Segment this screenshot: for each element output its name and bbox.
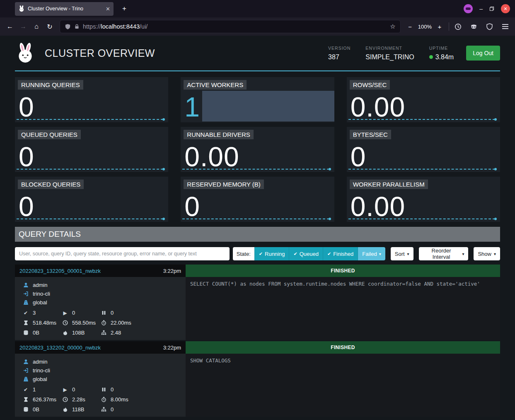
total-time-icon [62, 320, 68, 325]
user-icon [22, 359, 29, 364]
chevron-down-icon: ▾ [494, 252, 496, 256]
window-close-button[interactable]: ✕ [501, 4, 510, 13]
elapsed-time-icon [22, 397, 29, 402]
cumulative-memory-icon [100, 407, 107, 412]
current-memory: 0B [33, 406, 39, 413]
query-row-body: admin trino-cli global ✔1 ▶0 0 626.37ms … [15, 354, 500, 417]
show-dropdown[interactable]: Show ▾ [474, 247, 500, 260]
stat-value: 0 [184, 194, 200, 220]
source-icon [22, 291, 29, 296]
sparkline-area [202, 91, 334, 121]
filter-queued-button[interactable]: ✔ Queued [289, 247, 322, 260]
stat-value: 0 [351, 144, 366, 170]
elapsed-time: 518.48ms [33, 320, 56, 326]
sort-dropdown[interactable]: Sort ▾ [391, 247, 413, 260]
logout-button[interactable]: Log Out [466, 46, 500, 61]
uptime-label: UPTIME [429, 46, 454, 51]
filter-finished-button[interactable]: ✔ Finished [323, 247, 358, 260]
cumulative-memory: 2.48 [111, 330, 121, 336]
elapsed-time: 626.37ms [33, 396, 56, 403]
check-icon: ✔ [293, 251, 297, 257]
stat-tile-queued-queries: QUEUED QUERIES 0 [15, 127, 168, 172]
filter-running-button[interactable]: ✔ Running [254, 247, 289, 260]
elapsed-time-icon [22, 320, 29, 325]
bookmark-star-icon[interactable]: ☆ [390, 23, 395, 30]
menu-icon[interactable] [499, 21, 511, 32]
browser-tab[interactable]: Cluster Overview - Trino ✕ [15, 2, 114, 16]
total-time: 558.50ms [72, 320, 96, 326]
stat-value: 0 [19, 94, 34, 120]
environment-value: SIMPLE_TRINO [365, 53, 414, 61]
peak-memory: 108B [72, 330, 85, 336]
query-id-link[interactable]: 20220823_132205_00001_nwbzk [19, 268, 101, 274]
page-title: CLUSTER OVERVIEW [45, 47, 155, 59]
window-restore-button[interactable] [489, 6, 494, 11]
stat-tile-running-queries: RUNNING QUERIES 0 [15, 77, 168, 122]
zoom-in-button[interactable]: + [435, 22, 444, 31]
history-icon[interactable] [452, 21, 464, 32]
sparkline [17, 169, 163, 170]
window-minimize-button[interactable]: – [479, 5, 483, 12]
filter-failed-dropdown[interactable]: Failed ▾ [358, 247, 385, 260]
queued-splits-icon [100, 387, 107, 392]
extension-mask-icon[interactable] [468, 21, 479, 32]
privacy-shield-icon[interactable] [484, 21, 495, 32]
queued-splits: 0 [111, 310, 114, 316]
url-bar[interactable]: https://localhost:8443/ui/ ☆ [60, 20, 401, 33]
query-search-input[interactable] [15, 247, 230, 260]
peak-memory-icon [62, 330, 68, 335]
browser-tab-bar: Cluster Overview - Trino ✕ + – ✕ [0, 0, 515, 17]
uptime-info: UPTIME 3.84m [429, 46, 454, 61]
browser-nav-bar: ← → ⌂ ↻ https://localhost:8443/ui/ ☆ − 1… [0, 17, 515, 36]
check-icon: ✔ [327, 251, 331, 257]
cpu-time: 8.00ms [111, 396, 128, 403]
query-status-badge: FINISHED [186, 265, 500, 277]
total-time: 2.28s [72, 396, 85, 403]
sparkline [182, 218, 329, 219]
cpu-time: 22.00ms [111, 320, 131, 326]
sparkline [17, 218, 163, 219]
user-icon [22, 282, 29, 288]
chevron-down-icon: ▾ [379, 252, 381, 256]
cumulative-memory-icon [100, 330, 107, 335]
stat-value: 0.00 [351, 194, 405, 220]
chevron-down-icon: ▾ [407, 252, 409, 256]
stat-label: WORKER PARALLELISM [350, 180, 428, 189]
running-splits-icon: ▶ [62, 387, 68, 393]
tab-close-icon[interactable]: ✕ [106, 6, 110, 12]
reload-button[interactable]: ↻ [43, 20, 56, 33]
stat-value: 1 [184, 94, 200, 120]
query-user: admin [33, 359, 47, 365]
home-button[interactable]: ⌂ [30, 20, 43, 33]
extension-badge-icon[interactable] [464, 4, 473, 13]
stat-tile-rows-sec: ROWS/SEC 0.00 [347, 77, 500, 122]
stat-label: ROWS/SEC [350, 80, 390, 90]
query-details-header: QUERY DETAILS [15, 227, 500, 242]
back-button[interactable]: ← [3, 20, 17, 33]
query-resource-group: global [33, 299, 47, 306]
peak-memory-icon [62, 407, 68, 412]
stat-tile-worker-parallelism: WORKER PARALLELISM 0.00 [347, 177, 500, 222]
completed-splits-icon: ✔ [22, 387, 29, 393]
stat-tile-active-workers: ACTIVE WORKERS 1 [181, 77, 334, 122]
query-sql-panel: SELECT COUNT(*) as nodes FROM system.run… [186, 277, 500, 340]
query-id-link[interactable]: 20220823_132202_00000_nwbzk [19, 345, 101, 351]
query-time: 3:22pm [163, 268, 181, 274]
shield-icon [65, 24, 71, 30]
stat-value: 0.00 [184, 144, 239, 170]
chevron-down-icon: ▾ [462, 252, 464, 256]
cumulative-memory: 0 [111, 406, 114, 413]
check-icon: ✔ [259, 251, 263, 257]
trino-cluster-overview-page: CLUSTER OVERVIEW VERSION 387 ENVIRONMENT… [0, 36, 515, 420]
new-tab-button[interactable]: + [118, 3, 130, 15]
stat-label: RESERVED MEMORY (B) [184, 180, 264, 189]
zoom-out-button[interactable]: − [406, 22, 415, 31]
uptime-status-dot [429, 55, 433, 59]
stat-value: 0.00 [351, 94, 405, 120]
url-text: https://localhost:8443/ui/ [83, 23, 147, 30]
query-row-header: 20220823_132202_00000_nwbzk 3:22pm FINIS… [15, 341, 500, 354]
stat-value: 0 [19, 194, 34, 220]
source-icon [22, 368, 29, 373]
query-row-body: admin trino-cli global ✔3 ▶0 0 518.48ms … [15, 277, 500, 340]
reorder-interval-dropdown[interactable]: Reorder Interval ▾ [419, 247, 469, 260]
